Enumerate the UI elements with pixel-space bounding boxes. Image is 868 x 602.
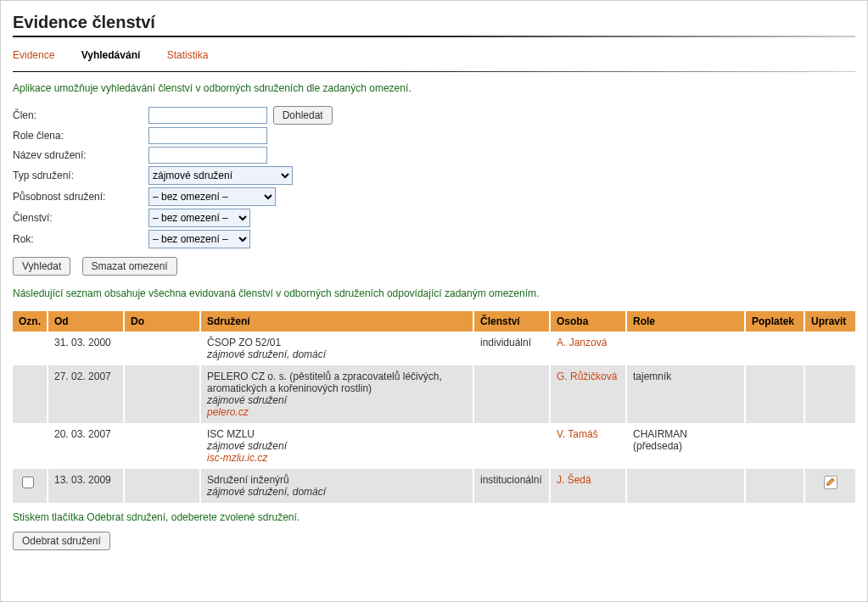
cell-upravit	[804, 469, 855, 503]
table-row: 13. 03. 2009Sdružení inženýrůzájmové sdr…	[13, 469, 855, 503]
cell-clenstvi: individuální	[473, 332, 550, 365]
th-osoba: Osoba	[550, 311, 626, 332]
cell-od: 13. 03. 2009	[48, 469, 124, 503]
cell-upravit	[804, 365, 855, 423]
typ-select[interactable]: zájmové sdružení	[148, 166, 293, 185]
nazev-label: Název sdružení:	[13, 149, 148, 161]
cell-od: 20. 03. 2007	[48, 423, 124, 469]
th-role: Role	[626, 311, 745, 332]
cell-do	[124, 469, 200, 503]
th-clenstvi: Členství	[473, 311, 550, 332]
cell-role	[626, 332, 745, 365]
tab-bar: Evidence Vyhledávání Statistika	[13, 49, 855, 61]
vyhledat-button[interactable]: Vyhledat	[13, 257, 70, 276]
results-table: Ozn. Od Do Sdružení Členství Osoba Role …	[13, 311, 855, 503]
cell-od: 27. 02. 2007	[48, 365, 124, 423]
cell-sdruzeni: Sdružení inženýrůzájmové sdružení, domác…	[200, 469, 473, 503]
sdruzeni-name: PELERO CZ o. s. (pěstitelů a zpracovatel…	[207, 371, 467, 394]
cell-do	[124, 423, 200, 469]
cell-role: CHAIRMAN (předseda)	[626, 423, 745, 469]
th-sdruzeni: Sdružení	[200, 311, 473, 332]
th-do: Do	[124, 311, 200, 332]
cell-role: tajemník	[626, 365, 745, 423]
cell-osoba[interactable]: A. Janzová	[550, 332, 626, 365]
cell-clenstvi	[473, 365, 550, 423]
pusobnost-select[interactable]: – bez omezení –	[148, 187, 276, 206]
cell-ozn	[13, 365, 48, 423]
tab-statistika[interactable]: Statistika	[167, 49, 209, 61]
typ-label: Typ sdružení:	[13, 170, 148, 181]
tab-vyhledavani[interactable]: Vyhledávání	[81, 49, 141, 61]
odebrat-button[interactable]: Odebrat sdružení	[13, 532, 110, 550]
intro-text: Aplikace umožňuje vyhledávání členství v…	[13, 82, 855, 94]
dohledat-button[interactable]: Dohledat	[273, 106, 333, 125]
clenstvi-select[interactable]: – bez omezení –	[148, 209, 250, 227]
sdruzeni-name: ČSOP ZO 52/01	[207, 337, 467, 348]
cell-poplatek	[745, 469, 804, 503]
sdruzeni-subtype: zájmové sdružení	[207, 394, 467, 406]
cell-sdruzeni: ČSOP ZO 52/01zájmové sdružení, domácí	[200, 332, 473, 365]
divider-tabs	[13, 71, 855, 72]
cell-osoba[interactable]: G. Růžičková	[550, 365, 626, 423]
cell-ozn	[13, 423, 48, 469]
rok-label: Rok:	[13, 233, 148, 245]
smazat-button[interactable]: Smazat omezení	[82, 257, 177, 276]
th-poplatek: Poplatek	[745, 311, 804, 332]
row-checkbox[interactable]	[22, 477, 34, 488]
cell-upravit	[804, 423, 855, 469]
edit-icon[interactable]	[822, 482, 839, 493]
cell-poplatek	[745, 423, 804, 469]
cell-od: 31. 03. 2000	[48, 332, 124, 365]
cell-sdruzeni: ISC MZLUzájmové sdruženíisc-mzlu.ic.cz	[200, 423, 473, 469]
th-ozn: Ozn.	[13, 311, 48, 332]
clen-input[interactable]	[148, 107, 267, 124]
sdruzeni-subtype: zájmové sdružení, domácí	[207, 486, 467, 498]
page-title: Evidence členství	[13, 13, 855, 32]
cell-clenstvi	[473, 423, 550, 469]
results-text: Následující seznam obsahuje všechna evid…	[13, 287, 855, 299]
cell-osoba[interactable]: J. Šedá	[550, 469, 626, 503]
remove-note: Stiskem tlačítka Odebrat sdružení, odebe…	[13, 511, 855, 523]
sdruzeni-link[interactable]: pelero.cz	[207, 406, 467, 418]
th-upravit: Upravit	[804, 311, 855, 332]
cell-clenstvi: institucionální	[473, 469, 550, 503]
cell-osoba[interactable]: V. Tamáš	[550, 423, 626, 469]
cell-ozn	[13, 469, 48, 503]
divider-top	[13, 36, 855, 37]
cell-do	[124, 332, 200, 365]
clen-label: Člen:	[13, 109, 148, 121]
tab-evidence[interactable]: Evidence	[13, 49, 54, 61]
rok-select[interactable]: – bez omezení –	[148, 230, 250, 248]
page-wrapper: Evidence členství Evidence Vyhledávání S…	[0, 0, 868, 602]
cell-upravit	[804, 332, 855, 365]
sdruzeni-name: Sdružení inženýrů	[207, 474, 467, 486]
cell-poplatek	[745, 365, 804, 423]
pusobnost-label: Působnost sdružení:	[13, 191, 148, 203]
sdruzeni-name: ISC MZLU	[207, 428, 467, 440]
cell-do	[124, 365, 200, 423]
table-row: 27. 02. 2007PELERO CZ o. s. (pěstitelů a…	[13, 365, 855, 423]
clenstvi-label: Členství:	[13, 212, 148, 224]
nazev-input[interactable]	[148, 147, 267, 164]
search-form: Člen: Dohledat Role člena: Název sdružen…	[13, 106, 855, 276]
sdruzeni-subtype: zájmové sdružení	[207, 440, 467, 452]
table-row: 20. 03. 2007ISC MZLUzájmové sdruženíisc-…	[13, 423, 855, 469]
sdruzeni-link[interactable]: isc-mzlu.ic.cz	[207, 452, 467, 464]
table-row: 31. 03. 2000ČSOP ZO 52/01zájmové sdružen…	[13, 332, 855, 365]
sdruzeni-subtype: zájmové sdružení, domácí	[207, 348, 467, 360]
cell-role	[626, 469, 745, 503]
th-od: Od	[48, 311, 124, 332]
cell-poplatek	[745, 332, 804, 365]
role-label: Role člena:	[13, 130, 148, 142]
role-input[interactable]	[148, 127, 267, 144]
cell-ozn	[13, 332, 48, 365]
cell-sdruzeni: PELERO CZ o. s. (pěstitelů a zpracovatel…	[200, 365, 473, 423]
